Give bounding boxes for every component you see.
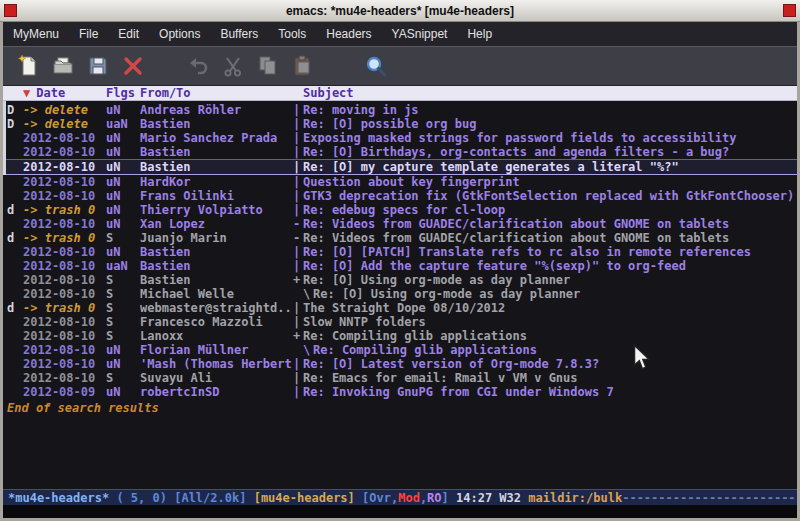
menu-item-tools[interactable]: Tools	[278, 27, 306, 41]
window-menu-button[interactable]	[4, 4, 17, 17]
row-flags: uN	[106, 189, 140, 203]
row-from: Suvayu Ali	[140, 371, 293, 385]
close-buffer-button[interactable]	[120, 53, 146, 79]
header-from-col[interactable]: From/To	[140, 86, 293, 100]
paste-icon	[291, 54, 315, 78]
menu-item-buffers[interactable]: Buffers	[220, 27, 258, 41]
message-row[interactable]: D -> delete uN Andreas Röhler | Re: movi…	[3, 103, 797, 117]
search-button[interactable]	[363, 53, 389, 79]
header-subject-col[interactable]: Subject	[303, 86, 797, 100]
message-row[interactable]: d -> trash 0 uN Thierry Volpiatto | Re: …	[3, 203, 797, 217]
message-row[interactable]: 2012-08-10 S Bastien + Re: [O] Using org…	[3, 273, 797, 287]
header-flags-col[interactable]: Flgs	[106, 86, 140, 100]
menu-item-mymenu[interactable]: MyMenu	[13, 27, 59, 41]
message-row[interactable]: 2012-08-10 uaN Bastien | Re: [O] Add the…	[3, 259, 797, 273]
row-thread-separator: |	[293, 371, 303, 385]
modeline-bracket-open: [	[355, 491, 369, 505]
row-date: 2012-08-10	[23, 287, 106, 301]
row-subject: Re: [O] Birthdays, org-contacts and agen…	[303, 145, 797, 159]
row-date: -> delete	[23, 117, 106, 131]
row-subject: Re: Emacs for email: Rmail v VM v Gnus	[303, 371, 797, 385]
row-date: 2012-08-10	[23, 273, 106, 287]
message-row[interactable]: 2012-08-10 S Francesco Mazzoli | Slow NN…	[3, 315, 797, 329]
row-flags: S	[106, 273, 140, 287]
row-from: Bastien	[140, 273, 293, 287]
row-subject: Slow NNTP folders	[303, 315, 797, 329]
menu-item-help[interactable]: Help	[467, 27, 492, 41]
message-row[interactable]: 2012-08-10 uN Bastien | Re: [O] my captu…	[3, 159, 797, 175]
row-thread-separator: |	[293, 175, 303, 189]
row-from: robertcInSD	[140, 385, 293, 399]
message-row[interactable]: 2012-08-10 S Suvayu Ali | Re: Emacs for …	[3, 371, 797, 385]
title-bar[interactable]: emacs: *mu4e-headers* [mu4e-headers]	[0, 0, 800, 22]
message-row[interactable]: 2012-08-10 uN Mario Sanchez Prada | Expo…	[3, 131, 797, 145]
modeline-comma1: ,	[391, 491, 398, 505]
message-row[interactable]: 2012-08-10 uN HardKor | Question about k…	[3, 175, 797, 189]
cut-button[interactable]	[220, 53, 246, 79]
row-thread-separator: |	[293, 145, 303, 159]
message-row[interactable]: 2012-08-10 uN Florian Müllner \ Re: Comp…	[3, 343, 797, 357]
row-thread-separator: |	[293, 117, 303, 131]
close-icon	[121, 54, 145, 78]
row-date: 2012-08-10	[23, 189, 106, 203]
save-button[interactable]	[85, 53, 111, 79]
row-flags: S	[106, 329, 140, 343]
row-subject: GTK3 deprecation fix (GtkFontSelection r…	[303, 189, 797, 203]
header-date-col[interactable]: ▼Date	[23, 86, 106, 100]
row-thread-separator: |	[293, 245, 303, 259]
header-line: ▼Date Flgs From/To Subject	[3, 86, 797, 101]
row-flags: uN	[106, 160, 140, 174]
echo-area[interactable]	[3, 505, 797, 518]
undo-button[interactable]	[185, 53, 211, 79]
row-date: 2012-08-10	[23, 343, 106, 357]
copy-button[interactable]	[255, 53, 281, 79]
mark-char	[7, 131, 23, 145]
row-from: Bastien	[140, 160, 293, 174]
mark-char: d	[7, 301, 23, 315]
open-folder-button[interactable]	[50, 53, 76, 79]
row-date: -> delete	[23, 103, 106, 117]
row-from: Bastien	[140, 259, 293, 273]
message-row[interactable]: 2012-08-10 uN Xan Lopez - Re: Videos fro…	[3, 217, 797, 231]
message-row[interactable]: 2012-08-09 uN robertcInSD | Re: Invoking…	[3, 385, 797, 399]
message-row[interactable]: 2012-08-10 uN Bastien | Re: [O] [PATCH] …	[3, 245, 797, 259]
new-file-icon	[16, 54, 40, 78]
row-date: 2012-08-10	[23, 357, 106, 371]
row-subject: Re: [O] Add the capture feature "%(sexp)…	[303, 259, 797, 273]
menu-item-edit[interactable]: Edit	[118, 27, 139, 41]
modeline-overwrite-flag: Ovr	[369, 491, 391, 505]
paste-button[interactable]	[290, 53, 316, 79]
mark-char	[7, 145, 23, 159]
mark-char	[7, 357, 23, 371]
row-from: HardKor	[140, 175, 293, 189]
row-thread-separator: |	[293, 315, 303, 329]
window-close-button[interactable]	[783, 4, 796, 17]
message-row[interactable]: 2012-08-10 uN Frans Oilinki | GTK3 depre…	[3, 189, 797, 203]
row-subject: Re: [O] possible org bug	[303, 117, 797, 131]
mark-char	[7, 273, 23, 287]
row-from: Frans Oilinki	[140, 189, 293, 203]
message-row[interactable]: 2012-08-10 S Lanoxx + Re: Compiling glib…	[3, 329, 797, 343]
message-row[interactable]: 2012-08-10 uN 'Mash (Thomas Herbert) | R…	[3, 357, 797, 371]
mode-line[interactable]: *mu4e-headers* ( 5, 0) [All/2.0k] [mu4e-…	[3, 489, 797, 505]
row-from: Juanjo Marin	[140, 231, 293, 245]
message-row[interactable]: 2012-08-10 S Michael Welle \ Re: [O] Usi…	[3, 287, 797, 301]
message-row[interactable]: 2012-08-10 uN Bastien | Re: [O] Birthday…	[3, 145, 797, 159]
mark-char	[7, 245, 23, 259]
message-row[interactable]: d -> trash 0 S webmaster@straightd... | …	[3, 301, 797, 315]
row-flags: uN	[106, 217, 140, 231]
menu-item-options[interactable]: Options	[159, 27, 200, 41]
message-row[interactable]: D -> delete uaN Bastien | Re: [O] possib…	[3, 117, 797, 131]
message-list: D -> delete uN Andreas Röhler | Re: movi…	[3, 101, 797, 489]
new-file-button[interactable]	[15, 53, 41, 79]
mark-char: D	[7, 117, 23, 131]
modeline-major-mode: [mu4e-headers]	[254, 491, 355, 505]
row-thread-separator: |	[293, 357, 303, 371]
menu-item-headers[interactable]: Headers	[326, 27, 371, 41]
row-subject: Re: [O] my capture template generates a …	[303, 160, 797, 174]
menu-item-yasnippet[interactable]: YASnippet	[392, 27, 448, 41]
scrollbar-thumb[interactable]	[3, 101, 6, 175]
message-row[interactable]: d -> trash 0 S Juanjo Marin - Re: Videos…	[3, 231, 797, 245]
menu-item-file[interactable]: File	[79, 27, 98, 41]
copy-icon	[256, 54, 280, 78]
